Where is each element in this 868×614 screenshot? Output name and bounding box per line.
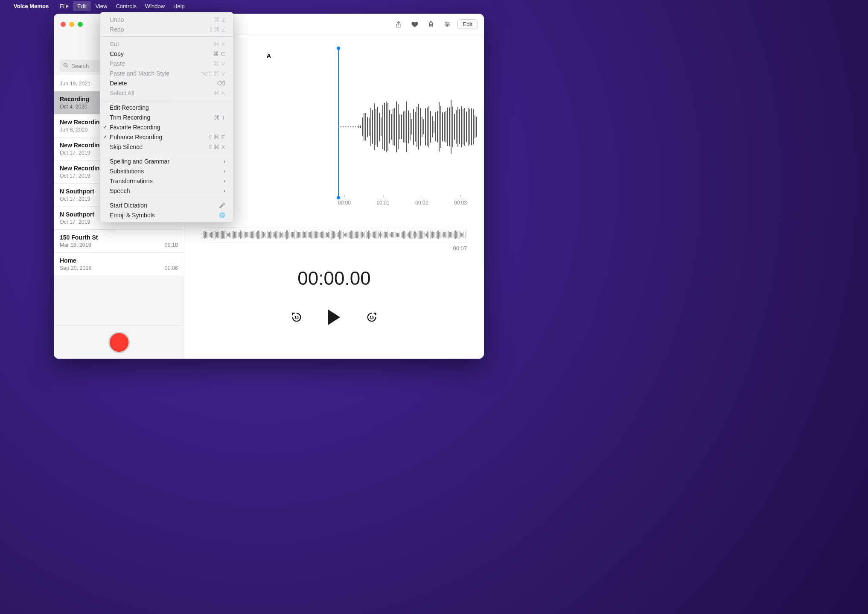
trash-icon[interactable]	[425, 19, 437, 29]
menu-item-undo: Undo⌘ Z	[100, 15, 233, 24]
list-item[interactable]: HomeSep 20, 201800:06	[54, 252, 184, 275]
wave-dot	[341, 126, 342, 127]
mini-wave-bar	[219, 232, 219, 238]
wave-bar	[440, 106, 441, 148]
mini-wave-bar	[449, 232, 450, 238]
menu-item-label: Paste	[110, 60, 213, 67]
zoom-window-button[interactable]	[78, 22, 83, 27]
menu-item-label: Delete	[110, 80, 217, 87]
mini-wave-bar	[257, 231, 258, 239]
wave-bar	[456, 110, 457, 144]
mini-wave-bar	[466, 231, 466, 238]
waveform-zoomed[interactable]: 00:0000:0100:0200:03	[201, 48, 467, 206]
mini-wave-bar	[267, 231, 267, 239]
menu-item-paste-and-match-style: Paste and Match Style⌥⇧⌘ V	[100, 68, 233, 78]
mini-wave-bar	[283, 233, 283, 237]
mini-wave-bar	[354, 232, 354, 237]
close-window-button[interactable]	[61, 22, 66, 27]
menu-help[interactable]: Help	[169, 1, 189, 11]
mini-wave-bar	[454, 231, 455, 239]
mini-wave-bar	[418, 231, 418, 239]
play-button[interactable]	[328, 310, 340, 325]
mini-wave-bar	[446, 232, 446, 238]
mini-wave-bar	[305, 232, 306, 238]
skip-back-15-button[interactable]: 15	[291, 311, 303, 323]
menu-item-speech[interactable]: Speech›	[100, 186, 233, 196]
wave-bar	[376, 109, 376, 145]
mini-wave-bar	[421, 231, 422, 238]
axis-tick: 00:00	[338, 200, 351, 206]
menu-edit[interactable]: Edit	[73, 1, 91, 11]
menu-item-enhance-recording[interactable]: ✓Enhance Recording⇧⌘ E	[100, 132, 233, 142]
mini-wave-bar	[211, 232, 212, 238]
wave-bar	[396, 102, 397, 152]
menu-shortcut: ⇧⌘ Z	[208, 26, 225, 33]
mini-wave-bar	[381, 234, 382, 237]
skip-forward-15-button[interactable]: 15	[366, 311, 378, 323]
list-item[interactable]: 150 Fourth StMar 18, 201909:18	[54, 229, 184, 252]
mini-wave-bar	[419, 231, 420, 240]
menu-item-spelling-and-grammar[interactable]: Spelling and Grammar›	[100, 156, 233, 166]
chevron-right-icon: ›	[224, 178, 225, 184]
mini-wave-bar	[339, 230, 340, 239]
mini-wave-bar	[434, 232, 434, 238]
menu-shortcut: ⌘ A	[213, 90, 225, 96]
menu-shortcut: ⌘ X	[213, 41, 225, 47]
menu-item-label: Paste and Match Style	[110, 70, 201, 77]
mini-wave-bar	[338, 232, 339, 237]
menu-item-substitutions[interactable]: Substitutions›	[100, 166, 233, 176]
menu-window[interactable]: Window	[141, 1, 169, 11]
mini-wave-bar	[333, 231, 334, 238]
minimize-window-button[interactable]	[69, 22, 74, 27]
menu-item-trim-recording[interactable]: Trim Recording⌘ T	[100, 112, 233, 122]
wave-bar	[415, 112, 416, 142]
mini-wave-bar	[246, 233, 247, 237]
mini-wave-bar	[401, 232, 401, 238]
mini-wave-bar	[336, 232, 336, 237]
menu-shortcut: ⌘ Z	[214, 16, 226, 23]
mini-wave-bar	[272, 233, 272, 237]
menu-item-copy[interactable]: Copy⌘ C	[100, 49, 233, 58]
playback-controls: 15 15	[184, 310, 484, 325]
menu-item-favorite-recording[interactable]: ✓Favorite Recording	[100, 122, 233, 132]
menu-controls[interactable]: Controls	[111, 1, 140, 11]
wave-bar	[464, 108, 465, 146]
mini-wave-bar	[295, 231, 295, 239]
mini-wave-bar	[400, 232, 400, 238]
record-button[interactable]	[108, 332, 130, 353]
mini-wave-bar	[377, 232, 377, 237]
mini-wave-bar	[318, 232, 318, 237]
edit-button[interactable]: Edit	[457, 19, 478, 29]
menu-item-delete[interactable]: Delete⌫	[100, 78, 233, 88]
mini-wave-bar	[298, 232, 299, 238]
menu-item-emoji-symbols[interactable]: Emoji & Symbols🌐	[100, 210, 233, 220]
wave-bar	[439, 102, 440, 152]
wave-bar	[401, 115, 402, 139]
wave-bar	[408, 111, 409, 143]
app-name[interactable]: Voice Memos	[14, 3, 49, 9]
mini-wave-bar	[238, 233, 238, 237]
mini-wave-bar	[384, 232, 384, 237]
share-icon[interactable]	[393, 19, 405, 29]
mini-wave-bar	[328, 232, 329, 237]
waveform-overview[interactable]	[201, 227, 467, 243]
mini-wave-bar	[379, 233, 380, 237]
wave-bar	[447, 108, 448, 146]
mini-wave-bar	[229, 232, 230, 237]
favorite-icon[interactable]	[409, 19, 421, 29]
mini-wave-bar	[241, 231, 242, 238]
menu-item-edit-recording[interactable]: Edit Recording	[100, 102, 233, 112]
menu-view[interactable]: View	[91, 1, 111, 11]
menu-item-skip-silence[interactable]: Skip Silence⇧⌘ X	[100, 142, 233, 152]
menu-item-transformations[interactable]: Transformations›	[100, 176, 233, 186]
mini-wave-bar	[363, 233, 364, 237]
settings-sliders-icon[interactable]	[441, 19, 453, 29]
menu-item-start-dictation[interactable]: Start Dictation🎤	[100, 200, 233, 210]
mini-wave-bar	[292, 232, 293, 238]
mini-wave-bar	[247, 232, 248, 237]
menu-file[interactable]: File	[55, 1, 73, 11]
mini-wave-bar	[223, 231, 224, 238]
menu-item-label: Undo	[110, 16, 214, 23]
mini-wave-bar	[347, 232, 347, 238]
wave-bar	[406, 101, 407, 152]
